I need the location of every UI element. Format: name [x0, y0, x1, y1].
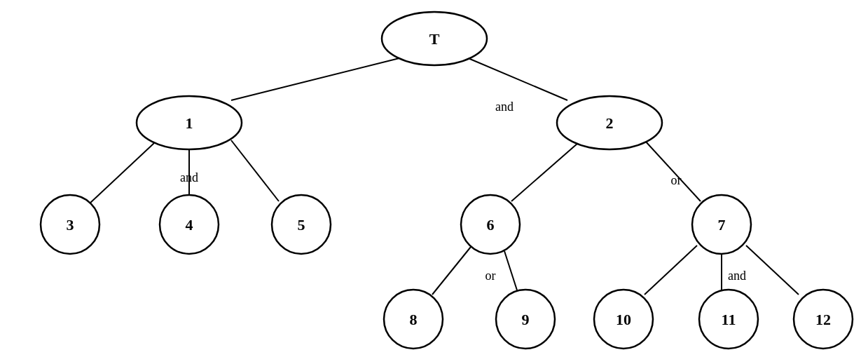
node-6-label: 6 [487, 216, 495, 234]
edge-7-12 [746, 245, 799, 295]
edge-6-9 [504, 251, 518, 295]
edge-6-8 [432, 247, 471, 295]
edge-2-6 [511, 143, 578, 201]
node-12-label: 12 [815, 311, 831, 328]
node-5-label: 5 [298, 216, 305, 234]
node-4-label: 4 [186, 216, 193, 234]
edge-1-5 [231, 140, 279, 201]
node-8-label: 8 [410, 311, 418, 328]
edge-T-1 [231, 58, 402, 100]
node-9-label: 9 [522, 311, 530, 328]
edge-label-T-2: and [495, 100, 514, 114]
edge-label-7-children: and [728, 269, 746, 283]
edge-7-10 [645, 245, 697, 295]
node-3-label: 3 [67, 216, 74, 234]
tree-diagram: T 1 2 3 4 5 6 7 8 9 10 11 12 and and or … [0, 0, 868, 364]
edge-label-2-children: or [671, 173, 682, 187]
node-10-label: 10 [616, 311, 631, 328]
edge-1-3 [90, 143, 154, 203]
edge-label-1-children: and [180, 170, 198, 184]
node-2-label: 2 [606, 114, 614, 132]
node-11-label: 11 [722, 311, 736, 328]
node-1-label: 1 [186, 114, 193, 132]
edge-2-7 [645, 140, 701, 201]
node-7-label: 7 [718, 216, 726, 234]
edge-label-6-children: or [485, 269, 496, 283]
node-T-label: T [429, 30, 440, 48]
edge-T-2 [467, 58, 567, 100]
